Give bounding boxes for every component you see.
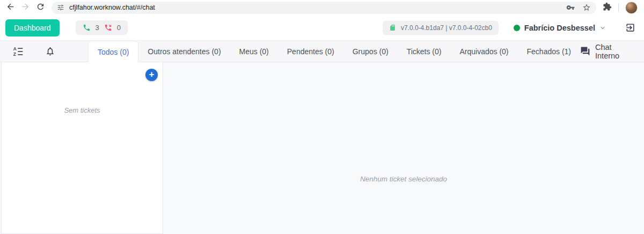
phone-answered-icon: [83, 24, 91, 32]
chat-interno-label: Chat Interno: [595, 43, 635, 60]
extensions-icon[interactable]: [603, 2, 612, 13]
ticket-view-area: Nenhum ticket selecionado: [163, 62, 644, 234]
online-status-dot: [514, 25, 520, 31]
tab-fechados[interactable]: Fechados (1): [518, 41, 580, 62]
forum-chat-icon: [580, 46, 590, 56]
reload-icon: [36, 2, 45, 13]
bookmark-star-icon[interactable]: [582, 3, 591, 12]
logout-button[interactable]: [624, 21, 636, 34]
browser-reload-button[interactable]: [33, 1, 47, 14]
bell-icon: [45, 46, 55, 56]
phone-missed-icon: [104, 24, 112, 32]
back-arrow-icon: [6, 2, 15, 13]
add-ticket-button[interactable]: +: [145, 69, 158, 81]
call-counters: 3 0: [76, 20, 128, 35]
svg-text:Z: Z: [13, 51, 16, 56]
notifications-button[interactable]: [45, 46, 55, 56]
sort-tickets-button[interactable]: AZ: [13, 46, 24, 57]
ticket-tab-bar: AZ Todos (0) Outros atendentes (0) Meus …: [0, 41, 644, 62]
forward-arrow-icon: [21, 2, 30, 13]
app-header: Dashboard 3 0 v7.0.0-4.b1da7 | v7.0.0-4-…: [0, 15, 644, 41]
ticket-tabs: Todos (0) Outros atendentes (0) Meus (0)…: [88, 41, 580, 62]
logout-icon: [625, 23, 635, 33]
browser-toolbar: cfjlfahor.worknow.chat/#/chat: [0, 0, 644, 15]
tab-outros-atendentes[interactable]: Outros atendentes (0): [138, 41, 230, 62]
no-ticket-selected-message: Nenhum ticket selecionado: [163, 175, 644, 183]
content-area: + Sem tickets Nenhum ticket selecionado: [0, 62, 644, 234]
version-badge: v7.0.0-4.b1da7 | v7.0.0-4-02cb0: [383, 21, 499, 35]
chevron-down-icon: [599, 25, 606, 31]
browser-back-button[interactable]: [3, 1, 17, 14]
address-bar[interactable]: cfjlfahor.worknow.chat/#/chat: [52, 2, 596, 14]
dashboard-button[interactable]: Dashboard: [5, 19, 60, 36]
version-text: v7.0.0-4.b1da7 | v7.0.0-4-02cb0: [401, 24, 492, 32]
url-text[interactable]: cfjlfahor.worknow.chat/#/chat: [69, 4, 566, 11]
toolbar-divider: [618, 3, 619, 12]
answered-calls-count: 3: [96, 24, 99, 32]
tab-grupos[interactable]: Grupos (0): [343, 41, 398, 62]
user-name: Fabrício Desbessel: [524, 24, 595, 32]
browser-forward-button[interactable]: [18, 1, 32, 14]
plus-icon: +: [149, 70, 155, 79]
user-menu[interactable]: Fabrício Desbessel: [514, 24, 606, 32]
tab-todos[interactable]: Todos (0): [88, 41, 138, 62]
browser-profile-avatar[interactable]: [625, 2, 638, 14]
sort-alpha-icon: AZ: [13, 46, 24, 57]
tab-tickets[interactable]: Tickets (0): [398, 41, 451, 62]
site-settings-icon[interactable]: [57, 4, 64, 11]
password-key-icon[interactable]: [566, 3, 575, 12]
missed-calls-count: 0: [117, 24, 121, 32]
tab-arquivados[interactable]: Arquivados (0): [450, 41, 517, 62]
ticket-list-panel: + Sem tickets: [1, 62, 163, 234]
sd-card-icon: [389, 24, 396, 31]
chat-interno-button[interactable]: Chat Interno: [580, 41, 644, 62]
empty-ticket-list-message: Sem tickets: [2, 106, 163, 114]
tab-meus[interactable]: Meus (0): [230, 41, 278, 62]
tab-pendentes[interactable]: Pendentes (0): [278, 41, 343, 62]
